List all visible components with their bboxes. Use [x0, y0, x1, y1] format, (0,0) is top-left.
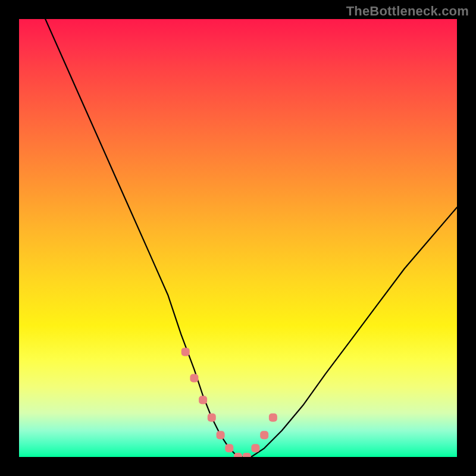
pink-marker — [208, 414, 216, 422]
pink-marker — [190, 374, 198, 383]
pink-marker — [199, 396, 207, 404]
pink-marker — [225, 444, 233, 452]
pink-marker — [181, 347, 190, 356]
pink-marker — [243, 453, 251, 457]
pink-marker — [234, 453, 242, 457]
chart-svg — [19, 19, 457, 457]
pink-marker — [217, 431, 225, 439]
chart-frame: TheBottleneck.com — [0, 0, 476, 476]
pink-marker — [269, 414, 277, 422]
bottleneck-curve — [45, 19, 457, 457]
pink-marker — [260, 431, 268, 439]
pink-markers-group — [181, 347, 277, 457]
plot-area — [19, 19, 457, 457]
watermark-text: TheBottleneck.com — [346, 4, 469, 19]
pink-marker — [251, 444, 259, 452]
